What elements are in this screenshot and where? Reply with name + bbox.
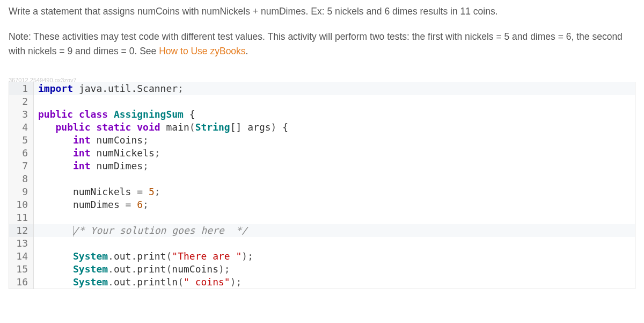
instructions-block: Write a statement that assigns numCoins …: [0, 0, 644, 59]
instructions-paragraph-1: Write a statement that assigns numCoins …: [9, 4, 635, 19]
how-to-use-link[interactable]: How to Use zyBooks: [159, 46, 245, 56]
code-line: 7 int numDimes;: [9, 160, 635, 173]
line-number: 6: [9, 147, 34, 160]
line-number: 13: [9, 237, 34, 250]
line-number: 3: [9, 108, 34, 121]
code-line: 11: [9, 211, 635, 224]
line-number: 8: [9, 173, 34, 185]
code-line: 16 System.out.println(" coins");: [9, 276, 635, 289]
code-line: 10 numDimes = 6;: [9, 198, 635, 211]
line-number: 5: [9, 134, 34, 147]
line-number: 15: [9, 263, 34, 276]
code-line: 8: [9, 173, 635, 185]
line-number: 10: [9, 198, 34, 211]
code-line-solution: 12 /* Your solution goes here */: [9, 224, 635, 237]
code-line: 3 public class AssigningSum {: [9, 108, 635, 121]
code-line: 4 public static void main(String[] args)…: [9, 121, 635, 134]
line-number: 2: [9, 95, 34, 108]
line-number: 9: [9, 185, 34, 198]
line-number: 12: [9, 224, 34, 237]
instructions-paragraph-2: Note: These activities may test code wit…: [9, 30, 635, 59]
line-number: 1: [9, 82, 34, 95]
line-number: 11: [9, 211, 34, 224]
line-number: 7: [9, 160, 34, 173]
code-editor[interactable]: 1 import java.util.Scanner; 2 3 public c…: [9, 82, 635, 289]
line-number: 4: [9, 121, 34, 134]
code-line: 15 System.out.print(numCoins);: [9, 263, 635, 276]
line-number: 16: [9, 276, 34, 289]
code-line: 6 int numNickels;: [9, 147, 635, 160]
code-line: 1 import java.util.Scanner;: [9, 82, 635, 95]
line-number: 14: [9, 250, 34, 263]
code-line: 9 numNickels = 5;: [9, 185, 635, 198]
code-line: 2: [9, 95, 635, 108]
code-line: 13: [9, 237, 635, 250]
code-line: 5 int numCoins;: [9, 134, 635, 147]
code-line: 14 System.out.print("There are ");: [9, 250, 635, 263]
